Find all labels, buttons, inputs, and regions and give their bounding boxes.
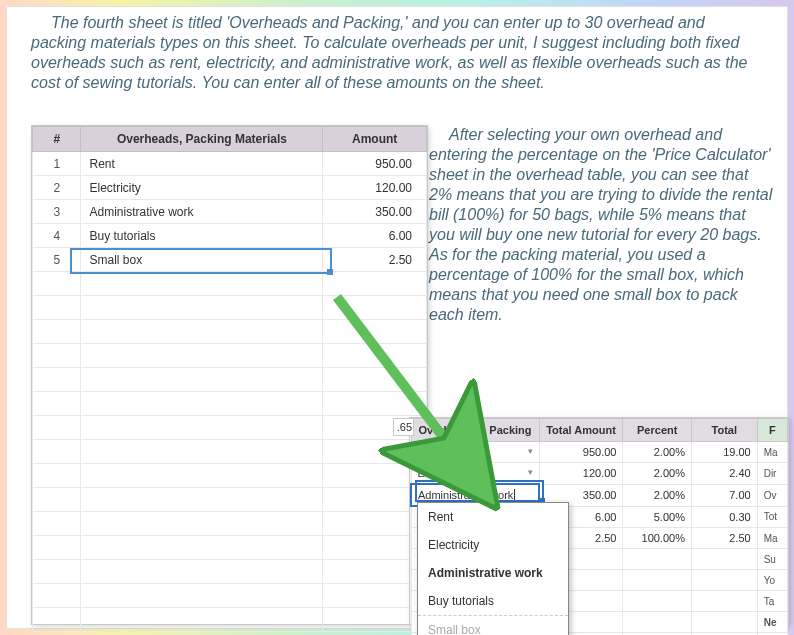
- cell-name[interactable]: Buy tutorials: [81, 224, 323, 248]
- col-total: Total: [691, 419, 757, 442]
- cell-side: Ov: [757, 484, 787, 506]
- cell-num: 3: [33, 200, 81, 224]
- table-row[interactable]: 1Rent950.00: [33, 152, 427, 176]
- cell-side: Yo: [757, 570, 787, 591]
- chevron-down-icon[interactable]: ▾: [528, 467, 533, 477]
- cell-num: 1: [33, 152, 81, 176]
- table-header-row: # Overheads, Packing Materials Amount: [33, 127, 427, 152]
- green-arrow-icon: [327, 287, 487, 487]
- dropdown-item[interactable]: Buy tutorials: [418, 587, 568, 615]
- cell-amount[interactable]: 950.00: [323, 152, 427, 176]
- cell-amount[interactable]: 350.00: [323, 200, 427, 224]
- cell-total[interactable]: 2.40: [691, 463, 757, 485]
- cell-side: Tot: [757, 506, 787, 528]
- cell-side: Dir: [757, 463, 787, 485]
- cell-num: 2: [33, 176, 81, 200]
- cell-name[interactable]: Rent: [81, 152, 323, 176]
- cell-total[interactable]: 2.50: [691, 528, 757, 549]
- table-row-empty[interactable]: [33, 560, 427, 584]
- intro-paragraph: The fourth sheet is titled 'Overheads an…: [7, 7, 787, 95]
- table-row[interactable]: 5Small box2.50: [33, 248, 427, 272]
- svg-line-0: [337, 297, 462, 462]
- cell-side: Ma: [757, 442, 787, 463]
- table-row-empty[interactable]: [33, 608, 427, 632]
- col-num: #: [33, 127, 81, 152]
- col-percent: Percent: [623, 419, 691, 442]
- table-row[interactable]: 4Buy tutorials6.00: [33, 224, 427, 248]
- cell-total[interactable]: 0.30: [691, 506, 757, 528]
- overhead-dropdown[interactable]: Rent Electricity Administrative work Buy…: [417, 502, 569, 635]
- cell-num: 5: [33, 248, 81, 272]
- cell-side: Ta: [757, 591, 787, 612]
- col-amount: Amount: [323, 127, 427, 152]
- cell-name[interactable]: Administrative work: [81, 200, 323, 224]
- cell-amount[interactable]: 120.00: [323, 176, 427, 200]
- cell-percent[interactable]: 100.00%: [623, 528, 691, 549]
- dropdown-item[interactable]: Small box: [418, 615, 568, 635]
- chevron-down-icon[interactable]: ▾: [528, 446, 533, 456]
- dropdown-item[interactable]: Administrative work: [418, 559, 568, 587]
- table-row-empty[interactable]: [33, 584, 427, 608]
- cell-amount[interactable]: 2.50: [323, 248, 427, 272]
- col-name: Overheads, Packing Materials: [81, 127, 323, 152]
- cell-name[interactable]: Electricity: [81, 176, 323, 200]
- dropdown-item[interactable]: Electricity: [418, 531, 568, 559]
- dropdown-item[interactable]: Rent: [418, 503, 568, 531]
- cell-total[interactable]: 19.00: [691, 442, 757, 463]
- table-row[interactable]: 2Electricity120.00: [33, 176, 427, 200]
- cell-side: Ma: [757, 528, 787, 549]
- table-row-empty[interactable]: [33, 536, 427, 560]
- cell-side: Su: [757, 549, 787, 570]
- table-row[interactable]: 3Administrative work350.00: [33, 200, 427, 224]
- cell-percent[interactable]: 2.00%: [623, 463, 691, 485]
- col-side: F: [757, 419, 787, 442]
- col-total-amount: Total Amount: [539, 419, 623, 442]
- cell-percent[interactable]: 5.00%: [623, 506, 691, 528]
- cell-total[interactable]: 7.00: [691, 484, 757, 506]
- cell-amount[interactable]: 6.00: [323, 224, 427, 248]
- table-row-empty[interactable]: [33, 512, 427, 536]
- cell-total-amount[interactable]: 120.00: [539, 463, 623, 485]
- cell-num: 4: [33, 224, 81, 248]
- table-row-empty[interactable]: [33, 488, 427, 512]
- cell-side: Ne: [757, 612, 787, 633]
- cell-name[interactable]: Small box: [81, 248, 323, 272]
- cell-total-amount[interactable]: 950.00: [539, 442, 623, 463]
- cell-percent[interactable]: 2.00%: [623, 484, 691, 506]
- cell-percent[interactable]: 2.00%: [623, 442, 691, 463]
